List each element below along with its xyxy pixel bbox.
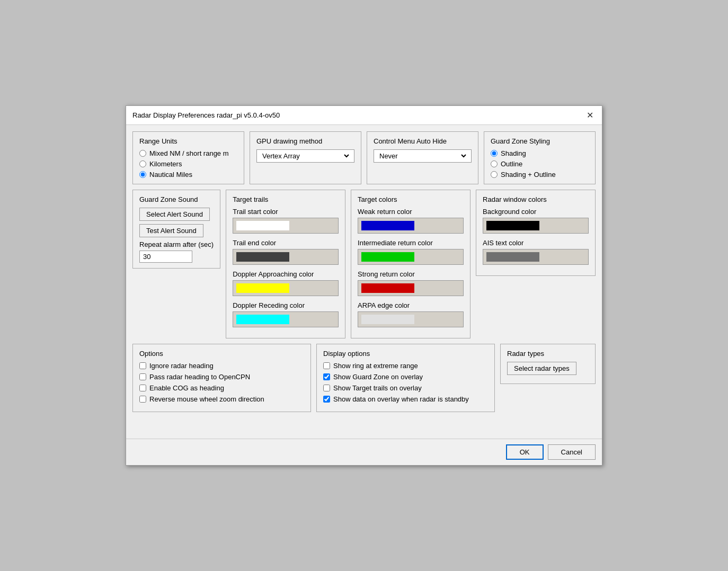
- guard-zone-styling-label: Guard Zone Styling: [491, 137, 589, 145]
- trail-start-section: Trail start color: [233, 208, 339, 234]
- cancel-button[interactable]: Cancel: [548, 444, 596, 460]
- gpu-label: GPU drawing method: [256, 137, 354, 145]
- weak-return-label: Weak return color: [358, 208, 464, 216]
- control-menu-label: Control Menu Auto Hide: [374, 137, 472, 145]
- intermediate-return-section: Intermediate return color: [358, 239, 464, 265]
- range-option-km[interactable]: Kilometers: [139, 160, 237, 168]
- guard-zone-styling-group: Shading Outline Shading + Outline: [491, 149, 589, 179]
- strong-return-color-swatch: [361, 283, 414, 293]
- doppler-approaching-color-swatch: [236, 283, 289, 293]
- guard-zone-sound-label: Guard Zone Sound: [139, 195, 214, 203]
- intermediate-return-color-bar[interactable]: [358, 249, 464, 265]
- arpa-edge-color-bar[interactable]: [358, 311, 464, 327]
- radar-types-panel: Radar types Select radar types: [500, 344, 596, 384]
- styling-shading[interactable]: Shading: [491, 149, 589, 157]
- footer: OK Cancel: [126, 439, 602, 465]
- intermediate-return-label: Intermediate return color: [358, 239, 464, 247]
- doppler-approaching-label: Doppler Approaching color: [233, 270, 339, 278]
- arpa-edge-label: ARPA edge color: [358, 301, 464, 309]
- trail-start-label: Trail start color: [233, 208, 339, 216]
- enable-cog-option[interactable]: Enable COG as heading: [139, 384, 304, 392]
- arpa-edge-color-swatch: [361, 315, 414, 324]
- range-option-mixed[interactable]: Mixed NM / short range m: [139, 149, 237, 157]
- ok-button[interactable]: OK: [506, 444, 544, 460]
- title-bar: Radar Display Preferences radar_pi v5.0.…: [126, 106, 602, 125]
- target-trails-label: Target trails: [233, 195, 339, 203]
- gpu-dropdown[interactable]: Vertex Array Shader Software: [256, 149, 354, 163]
- control-menu-panel: Control Menu Auto Hide Never 5s 10s 30s: [367, 131, 478, 184]
- pass-radar-heading-option[interactable]: Pass radar heading to OpenCPN: [139, 373, 304, 381]
- trail-end-label: Trail end color: [233, 239, 339, 247]
- background-label: Background color: [483, 208, 589, 216]
- close-button[interactable]: ✕: [584, 110, 596, 120]
- trail-end-section: Trail end color: [233, 239, 339, 265]
- show-target-trails-option[interactable]: Show Target trails on overlay: [323, 384, 488, 392]
- trail-end-color-bar[interactable]: [233, 249, 339, 265]
- reverse-mouse-wheel-option[interactable]: Reverse mouse wheel zoom direction: [139, 395, 304, 403]
- trail-start-color-swatch: [236, 221, 289, 230]
- strong-return-label: Strong return color: [358, 270, 464, 278]
- background-color-bar[interactable]: [483, 218, 589, 234]
- radar-window-colors-panel: Radar window colors Background color AIS…: [476, 190, 596, 276]
- arpa-edge-section: ARPA edge color: [358, 301, 464, 327]
- display-options-panel: Display options Show ring at extreme ran…: [316, 344, 495, 412]
- ignore-radar-heading-option[interactable]: Ignore radar heading: [139, 362, 304, 370]
- test-alert-sound-button[interactable]: Test Alert Sound: [139, 224, 203, 237]
- strong-return-color-bar[interactable]: [358, 280, 464, 296]
- repeat-alarm-label: Repeat alarm after (sec): [139, 240, 214, 248]
- doppler-receding-color-swatch: [236, 315, 289, 324]
- doppler-receding-label: Doppler Receding color: [233, 301, 339, 309]
- background-color-swatch: [486, 221, 539, 230]
- styling-shading-outline[interactable]: Shading + Outline: [491, 171, 589, 179]
- ais-text-section: AIS text color: [483, 239, 589, 265]
- trail-start-color-bar[interactable]: [233, 218, 339, 234]
- range-units-label: Range Units: [139, 137, 237, 145]
- show-ring-option[interactable]: Show ring at extreme range: [323, 362, 488, 370]
- strong-return-section: Strong return color: [358, 270, 464, 296]
- gpu-panel: GPU drawing method Vertex Array Shader S…: [250, 131, 361, 184]
- range-units-group: Mixed NM / short range m Kilometers Naut…: [139, 149, 237, 179]
- options-label: Options: [139, 350, 304, 358]
- range-units-panel: Range Units Mixed NM / short range m Kil…: [132, 131, 244, 184]
- dialog: Radar Display Preferences radar_pi v5.0.…: [126, 105, 602, 466]
- control-menu-dropdown[interactable]: Never 5s 10s 30s: [374, 149, 472, 163]
- target-trails-panel: Target trails Trail start color Trail en…: [226, 190, 345, 338]
- guard-zone-styling-panel: Guard Zone Styling Shading Outline Shadi…: [484, 131, 596, 184]
- radar-types-label: Radar types: [507, 350, 589, 358]
- show-data-on-overlay-option[interactable]: Show data on overlay when radar is stand…: [323, 395, 488, 403]
- weak-return-color-bar[interactable]: [358, 218, 464, 234]
- doppler-receding-section: Doppler Receding color: [233, 301, 339, 327]
- repeat-alarm-input[interactable]: [139, 251, 192, 263]
- doppler-approaching-section: Doppler Approaching color: [233, 270, 339, 296]
- ais-text-color-bar[interactable]: [483, 249, 589, 265]
- doppler-receding-color-bar[interactable]: [233, 311, 339, 327]
- target-colors-panel: Target colors Weak return color Intermed…: [351, 190, 470, 338]
- trail-end-color-swatch: [236, 252, 289, 262]
- dialog-title: Radar Display Preferences radar_pi v5.0.…: [132, 111, 280, 119]
- options-panel: Options Ignore radar heading Pass radar …: [132, 344, 311, 412]
- show-guard-zone-option[interactable]: Show Guard Zone on overlay: [323, 373, 488, 381]
- intermediate-return-color-swatch: [361, 252, 414, 262]
- target-colors-label: Target colors: [358, 195, 464, 203]
- select-alert-sound-button[interactable]: Select Alert Sound: [139, 208, 210, 221]
- display-options-label: Display options: [323, 350, 488, 358]
- guard-zone-sound-panel: Guard Zone Sound Select Alert Sound Test…: [132, 190, 220, 269]
- styling-outline[interactable]: Outline: [491, 160, 589, 168]
- ais-text-label: AIS text color: [483, 239, 589, 247]
- radar-window-colors-label: Radar window colors: [483, 195, 589, 203]
- ais-text-color-swatch: [486, 252, 539, 262]
- background-section: Background color: [483, 208, 589, 234]
- weak-return-section: Weak return color: [358, 208, 464, 234]
- gpu-select[interactable]: Vertex Array Shader Software: [260, 151, 351, 160]
- range-option-nm[interactable]: Nautical Miles: [139, 171, 237, 179]
- select-radar-types-button[interactable]: Select radar types: [507, 362, 576, 375]
- doppler-approaching-color-bar[interactable]: [233, 280, 339, 296]
- weak-return-color-swatch: [361, 221, 414, 230]
- control-menu-select[interactable]: Never 5s 10s 30s: [377, 151, 468, 160]
